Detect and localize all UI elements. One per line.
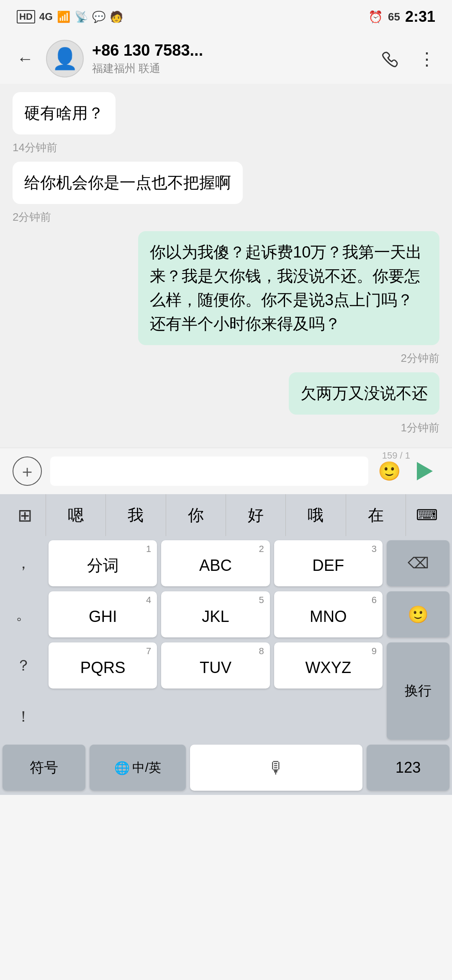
message-sent-4: 欠两万又没说不还 <box>289 372 439 415</box>
chat-messages-area: 硬有啥用？ 14分钟前 给你机会你是一点也不把握啊 2分钟前 你以为我傻？起诉费… <box>0 84 452 448</box>
emoji-smile-icon: 🙂 <box>378 460 401 482</box>
key-grid-row1: 1 分词 2 ABC 3 DEF <box>49 540 383 586</box>
more-options-button[interactable]: ⋮ <box>414 46 439 71</box>
key-6-mno[interactable]: 6 MNO <box>274 591 383 637</box>
back-arrow-icon: ← <box>17 49 33 68</box>
message-received-2: 给你机会你是一点也不把握啊 <box>13 162 243 204</box>
char-count: 159 / 1 <box>382 450 410 461</box>
keyboard-suggestion-bar: ⊞ 嗯 我 你 好 哦 在 ⌨ <box>0 494 452 536</box>
backspace-key[interactable]: ⌫ <box>387 540 449 586</box>
symbol-key[interactable]: 符号 <box>3 745 85 791</box>
status-right: ⏰ 65 2:31 <box>368 8 435 26</box>
num-123-key[interactable]: 123 <box>367 745 449 791</box>
send-button[interactable] <box>410 456 439 486</box>
key-3-def[interactable]: 3 DEF <box>274 540 383 586</box>
emoji-button[interactable]: 🙂 <box>377 459 402 484</box>
message-time-2: 2分钟前 <box>13 210 51 224</box>
message-time-1: 14分钟前 <box>13 140 57 155</box>
chat-header: ← 👤 +86 130 7583... 福建福州 联通 ⋮ <box>0 34 452 84</box>
contact-avatar: 👤 <box>46 40 84 77</box>
keyboard-collapse-button[interactable]: ⌨ <box>406 494 448 536</box>
message-time-4: 1分钟前 <box>401 420 439 435</box>
more-icon: ⋮ <box>418 49 436 69</box>
punct-col-2: 。 <box>3 591 44 637</box>
plus-icon: ＋ <box>19 463 36 480</box>
key-9-wxyz[interactable]: 9 WXYZ <box>274 642 383 689</box>
space-key[interactable]: 🎙 <box>190 745 362 791</box>
send-arrow-icon <box>417 462 433 480</box>
key-grid-rows3-4: 7 PQRS 8 TUV 9 WXYZ <box>49 642 383 740</box>
time-display: 2:31 <box>405 8 435 26</box>
call-button[interactable] <box>377 46 402 71</box>
keyboard-grid-icon[interactable]: ⊞ <box>4 494 46 536</box>
enter-key[interactable]: 换行 <box>387 642 449 740</box>
contact-location: 福建福州 联通 <box>92 61 368 76</box>
suggest-item-6[interactable]: 在 <box>346 494 406 536</box>
emoji-keyboard-icon: 🙂 <box>408 605 429 624</box>
add-attachment-button[interactable]: ＋ <box>13 456 42 486</box>
contact-name: +86 130 7583... <box>92 41 368 59</box>
keyboard-rows-3-4: ？ ！ 7 PQRS 8 TUV 9 WXYZ <box>3 642 449 740</box>
message-status-icon: 💬 <box>92 10 105 23</box>
comma-key[interactable]: ， <box>16 540 31 586</box>
alarm-icon: ⏰ <box>368 10 383 24</box>
status-bar: HD 4G 📶 📡 💬 🧑 ⏰ 65 2:31 <box>0 0 452 34</box>
punct-col-1: ， <box>3 540 44 586</box>
key-right-2: 🙂 <box>387 591 449 637</box>
message-input[interactable] <box>50 456 368 486</box>
period-key[interactable]: 。 <box>16 591 31 637</box>
key-2-abc[interactable]: 2 ABC <box>161 540 270 586</box>
key-right-3-4: 换行 <box>387 642 449 740</box>
suggest-item-4[interactable]: 好 <box>226 494 286 536</box>
message-input-area: 159 / 1 ＋ 🙂 <box>0 448 452 494</box>
key-grid-row2: 4 GHI 5 JKL 6 MNO <box>49 591 383 637</box>
key-1-fenzi[interactable]: 1 分词 <box>49 540 157 586</box>
emoji-keyboard-button[interactable]: 🙂 <box>387 591 449 637</box>
contact-details: +86 130 7583... 福建福州 联通 <box>92 41 368 76</box>
language-switch-key[interactable]: 🌐 中/英 <box>90 745 186 791</box>
keyboard-row-1: ， 1 分词 2 ABC 3 DEF ⌫ <box>3 540 449 586</box>
keyboard-row-2: 。 4 GHI 5 JKL 6 MNO 🙂 <box>3 591 449 637</box>
question-key[interactable]: ？ <box>3 642 44 689</box>
key-right-1: ⌫ <box>387 540 449 586</box>
user-avatar-status: 🧑 <box>110 10 123 23</box>
suggest-item-1[interactable]: 嗯 <box>46 494 106 536</box>
hd-icon: HD <box>17 10 35 23</box>
keyboard-bottom-row: 符号 🌐 中/英 🎙 123 <box>3 745 449 791</box>
status-left-icons: HD 4G 📶 📡 💬 🧑 <box>17 10 123 23</box>
message-received-1: 硬有啥用？ <box>13 92 116 134</box>
key-grid-row3: 7 PQRS 8 TUV 9 WXYZ <box>49 642 383 689</box>
collapse-keyboard-icon: ⌨ <box>416 506 438 524</box>
exclaim-key[interactable]: ！ <box>3 694 44 740</box>
message-sent-3: 你以为我傻？起诉费10万？我第一天出来？我是欠你钱，我没说不还。你要怎么样，随便… <box>138 231 439 345</box>
messages-list: 硬有啥用？ 14分钟前 给你机会你是一点也不把握啊 2分钟前 你以为我傻？起诉费… <box>13 92 439 439</box>
punct-col-3-4: ？ ！ <box>3 642 44 740</box>
header-actions: ⋮ <box>377 46 439 71</box>
key-8-tuv[interactable]: 8 TUV <box>161 642 270 689</box>
avatar-person-icon: 👤 <box>52 46 78 71</box>
message-time-3: 2分钟前 <box>401 351 439 366</box>
key-row4-spacer <box>49 694 383 740</box>
suggest-item-2[interactable]: 我 <box>106 494 166 536</box>
signal-icon: 📶 <box>57 10 70 23</box>
virtual-keyboard: ， 1 分词 2 ABC 3 DEF ⌫ 。 <box>0 536 452 795</box>
globe-icon: 🌐 <box>114 761 130 775</box>
key-7-pqrs[interactable]: 7 PQRS <box>49 642 157 689</box>
wifi-icon: 📡 <box>74 10 88 23</box>
backspace-icon: ⌫ <box>408 554 429 572</box>
4g-icon: 4G <box>39 11 53 23</box>
microphone-icon: 🎙 <box>268 758 285 777</box>
suggest-item-3[interactable]: 你 <box>166 494 226 536</box>
key-4-ghi[interactable]: 4 GHI <box>49 591 157 637</box>
battery-indicator: 65 <box>388 10 400 23</box>
suggest-item-5[interactable]: 哦 <box>286 494 346 536</box>
back-button[interactable]: ← <box>13 46 38 71</box>
key-5-jkl[interactable]: 5 JKL <box>161 591 270 637</box>
